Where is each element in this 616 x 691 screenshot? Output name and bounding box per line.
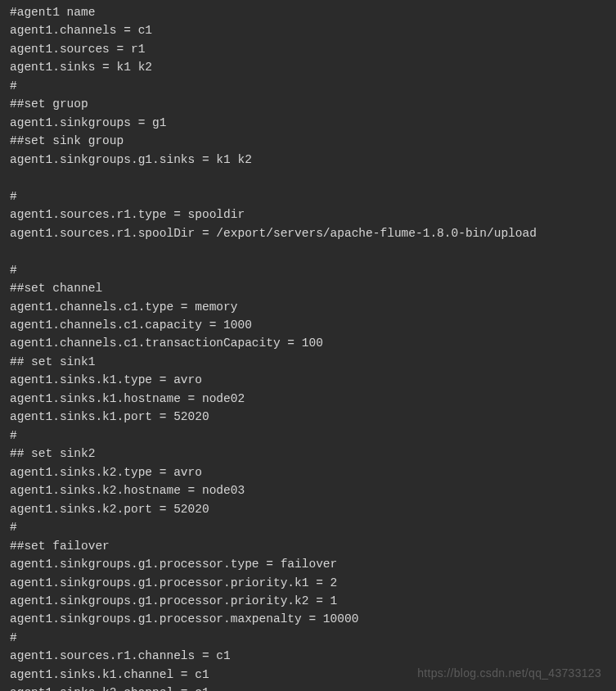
watermark-text: https://blog.csdn.net/qq_43733123 bbox=[417, 665, 601, 683]
config-code-block: #agent1 name agent1.channels = c1 agent1… bbox=[10, 3, 606, 691]
